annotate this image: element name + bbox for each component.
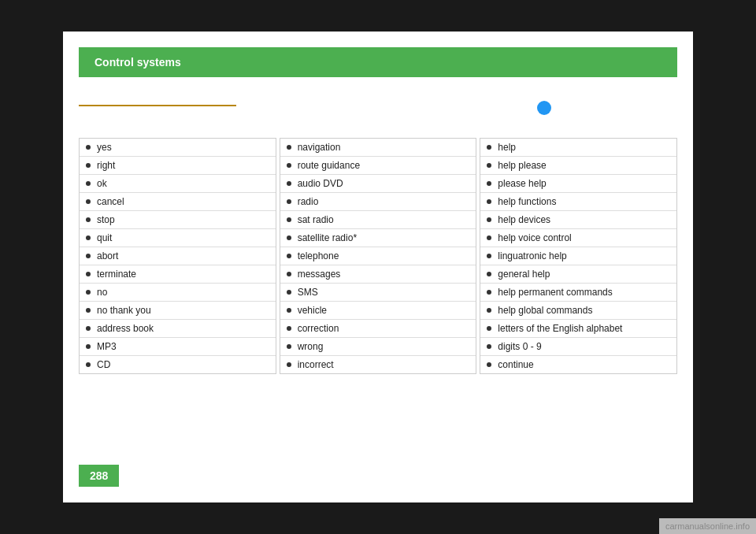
table-row: letters of the English alphabet [480, 320, 676, 338]
row-label: help voice control [498, 232, 571, 243]
row-label: linguatronic help [498, 250, 566, 261]
table-row: yes [80, 139, 276, 157]
bullet-icon [487, 145, 491, 150]
bullet-icon [487, 235, 491, 240]
table-row: help permanent commands [480, 284, 676, 302]
bullet-icon [86, 344, 91, 349]
table-row: abort [80, 247, 276, 265]
row-label: quit [97, 232, 112, 243]
table-row: help devices [480, 211, 676, 229]
bullet-icon [487, 217, 491, 222]
page: Control systems yesrightokcancelstopquit… [63, 32, 693, 502]
table-row: cancel [80, 193, 276, 211]
bullet-icon [287, 362, 291, 367]
table-row: digits 0 - 9 [480, 338, 676, 356]
row-label: terminate [97, 269, 136, 280]
table-row: route guidance [280, 157, 476, 175]
bullet-icon [487, 290, 491, 295]
table-row: please help [480, 175, 676, 193]
row-label: cancel [97, 196, 124, 207]
row-label: help permanent commands [498, 287, 612, 298]
row-label: please help [498, 178, 546, 189]
bullet-icon [287, 272, 291, 276]
underline-decoration [79, 105, 236, 106]
table-row: help [480, 139, 676, 157]
table-row: audio DVD [280, 175, 476, 193]
row-label: sat radio [298, 214, 334, 225]
table-row: no [80, 284, 276, 302]
tables-container: yesrightokcancelstopquitabortterminateno… [79, 138, 677, 374]
column-3-table: helphelp pleaseplease helphelp functions… [480, 138, 677, 374]
bullet-icon [287, 235, 291, 240]
bullet-icon [287, 326, 291, 331]
bullet-icon [287, 290, 291, 295]
table-row: messages [280, 265, 476, 284]
page-title: Control systems [94, 56, 181, 69]
row-label: audio DVD [298, 178, 343, 189]
row-label: SMS [298, 287, 318, 298]
table-row: help global commands [480, 302, 676, 320]
row-label: continue [498, 359, 533, 370]
table-row: general help [480, 265, 676, 284]
row-label: letters of the English alphabet [498, 323, 622, 334]
table-row: linguatronic help [480, 247, 676, 265]
table-row: help voice control [480, 229, 676, 247]
table-row: vehicle [280, 302, 476, 320]
table-row: help functions [480, 193, 676, 211]
page-number: 288 [79, 465, 119, 487]
bullet-icon [86, 199, 91, 204]
bullet-icon [86, 254, 91, 258]
row-label: correction [298, 323, 339, 334]
row-label: navigation [298, 142, 341, 153]
table-row: address book [80, 320, 276, 338]
bullet-icon [487, 362, 491, 367]
row-label: abort [97, 250, 118, 261]
bullet-icon [287, 308, 291, 313]
table-row: incorrect [280, 356, 476, 373]
table-row: stop [80, 211, 276, 229]
header-bar: Control systems [79, 47, 677, 77]
bullet-icon [487, 308, 491, 313]
row-label: ok [97, 178, 107, 189]
table-row: no thank you [80, 302, 276, 320]
bullet-icon [86, 326, 91, 331]
table-row: satellite radio* [280, 229, 476, 247]
bullet-icon [86, 308, 91, 313]
blue-dot-indicator [537, 101, 551, 115]
row-label: help functions [498, 196, 556, 207]
row-label: stop [97, 214, 115, 225]
column-1-table: yesrightokcancelstopquitabortterminateno… [79, 138, 276, 374]
bullet-icon [487, 199, 491, 204]
row-label: help global commands [498, 305, 592, 316]
bullet-icon [86, 217, 91, 222]
bullet-icon [86, 272, 91, 276]
row-label: no thank you [97, 305, 151, 316]
row-label: help devices [498, 214, 550, 225]
row-label: radio [298, 196, 319, 207]
bullet-icon [287, 163, 291, 168]
table-row: SMS [280, 284, 476, 302]
bullet-icon [287, 145, 291, 150]
table-row: navigation [280, 139, 476, 157]
table-row: wrong [280, 338, 476, 356]
bullet-icon [287, 217, 291, 222]
row-label: right [97, 160, 115, 171]
table-row: sat radio [280, 211, 476, 229]
table-row: ok [80, 175, 276, 193]
bullet-icon [487, 163, 491, 168]
bullet-icon [487, 344, 491, 349]
table-row: continue [480, 356, 676, 373]
row-label: telephone [298, 250, 339, 261]
bullet-icon [487, 272, 491, 276]
row-label: address book [97, 323, 154, 334]
bullet-icon [287, 199, 291, 204]
content-area: yesrightokcancelstopquitabortterminateno… [63, 77, 693, 390]
row-label: general help [498, 269, 550, 280]
bullet-icon [86, 235, 91, 240]
table-row: telephone [280, 247, 476, 265]
row-label: wrong [298, 341, 324, 352]
row-label: MP3 [97, 341, 117, 352]
row-label: satellite radio* [298, 232, 357, 243]
bullet-icon [487, 326, 491, 331]
bullet-icon [86, 290, 91, 295]
